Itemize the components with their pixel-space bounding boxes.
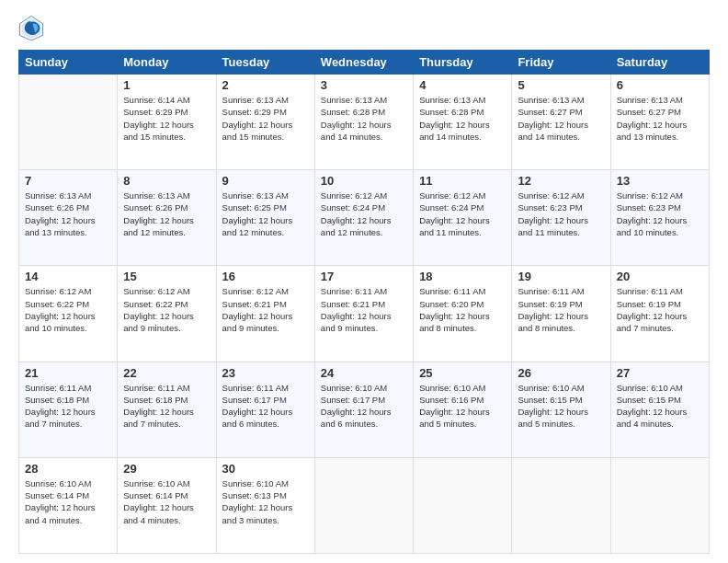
day-info: Sunrise: 6:13 AM Sunset: 6:26 PM Dayligh… xyxy=(123,190,210,238)
calendar-day-cell: 2Sunrise: 6:13 AM Sunset: 6:29 PM Daylig… xyxy=(216,75,314,170)
calendar-day-cell xyxy=(414,457,512,553)
calendar-day-cell: 13Sunrise: 6:12 AM Sunset: 6:23 PM Dayli… xyxy=(610,170,709,266)
day-info: Sunrise: 6:12 AM Sunset: 6:23 PM Dayligh… xyxy=(617,190,703,238)
logo xyxy=(18,15,48,40)
calendar-day-cell: 23Sunrise: 6:11 AM Sunset: 6:17 PM Dayli… xyxy=(216,362,314,457)
day-info: Sunrise: 6:12 AM Sunset: 6:24 PM Dayligh… xyxy=(321,190,407,238)
day-info: Sunrise: 6:12 AM Sunset: 6:22 PM Dayligh… xyxy=(123,285,210,334)
day-info: Sunrise: 6:11 AM Sunset: 6:21 PM Dayligh… xyxy=(321,285,407,334)
calendar-week-row: 7Sunrise: 6:13 AM Sunset: 6:26 PM Daylig… xyxy=(19,170,710,266)
day-info: Sunrise: 6:12 AM Sunset: 6:24 PM Dayligh… xyxy=(419,190,506,238)
calendar-day-cell: 28Sunrise: 6:10 AM Sunset: 6:14 PM Dayli… xyxy=(19,457,118,553)
calendar-week-row: 28Sunrise: 6:10 AM Sunset: 6:14 PM Dayli… xyxy=(19,457,710,553)
day-info: Sunrise: 6:10 AM Sunset: 6:17 PM Dayligh… xyxy=(321,382,407,431)
day-number: 21 xyxy=(25,366,111,380)
day-number: 24 xyxy=(321,366,407,380)
day-info: Sunrise: 6:12 AM Sunset: 6:23 PM Dayligh… xyxy=(518,190,604,238)
day-number: 22 xyxy=(123,366,210,380)
day-info: Sunrise: 6:11 AM Sunset: 6:18 PM Dayligh… xyxy=(25,382,111,431)
calendar-day-cell: 25Sunrise: 6:10 AM Sunset: 6:16 PM Dayli… xyxy=(414,362,512,457)
day-number: 12 xyxy=(518,174,604,188)
day-info: Sunrise: 6:13 AM Sunset: 6:26 PM Dayligh… xyxy=(25,190,111,238)
calendar-week-row: 1Sunrise: 6:14 AM Sunset: 6:29 PM Daylig… xyxy=(19,75,710,170)
day-number: 19 xyxy=(518,270,604,283)
calendar-week-row: 21Sunrise: 6:11 AM Sunset: 6:18 PM Dayli… xyxy=(19,362,710,457)
calendar-day-cell: 10Sunrise: 6:12 AM Sunset: 6:24 PM Dayli… xyxy=(314,170,413,266)
day-info: Sunrise: 6:10 AM Sunset: 6:16 PM Dayligh… xyxy=(419,382,506,431)
calendar-day-cell: 29Sunrise: 6:10 AM Sunset: 6:14 PM Dayli… xyxy=(118,457,216,553)
day-info: Sunrise: 6:11 AM Sunset: 6:19 PM Dayligh… xyxy=(617,285,703,334)
day-number: 20 xyxy=(617,270,703,283)
day-info: Sunrise: 6:11 AM Sunset: 6:19 PM Dayligh… xyxy=(518,285,604,334)
calendar-day-cell: 19Sunrise: 6:11 AM Sunset: 6:19 PM Dayli… xyxy=(512,266,610,362)
calendar-day-cell: 5Sunrise: 6:13 AM Sunset: 6:27 PM Daylig… xyxy=(512,75,610,170)
day-number: 29 xyxy=(123,462,210,476)
page: SundayMondayTuesdayWednesdayThursdayFrid… xyxy=(0,0,728,563)
day-info: Sunrise: 6:13 AM Sunset: 6:29 PM Dayligh… xyxy=(222,94,309,143)
day-number: 8 xyxy=(123,174,210,188)
day-number: 10 xyxy=(321,174,407,188)
calendar-header: SundayMondayTuesdayWednesdayThursdayFrid… xyxy=(19,51,710,75)
calendar-day-cell: 30Sunrise: 6:10 AM Sunset: 6:13 PM Dayli… xyxy=(216,457,314,553)
weekday-header: Monday xyxy=(118,51,216,75)
day-number: 9 xyxy=(222,174,309,188)
calendar-day-cell: 14Sunrise: 6:12 AM Sunset: 6:22 PM Dayli… xyxy=(19,266,118,362)
day-number: 27 xyxy=(617,366,703,380)
weekday-header: Sunday xyxy=(19,51,118,75)
day-number: 15 xyxy=(123,270,210,283)
calendar-day-cell: 9Sunrise: 6:13 AM Sunset: 6:25 PM Daylig… xyxy=(216,170,314,266)
day-info: Sunrise: 6:12 AM Sunset: 6:22 PM Dayligh… xyxy=(25,285,111,334)
day-number: 3 xyxy=(321,78,407,92)
weekday-header: Friday xyxy=(512,51,610,75)
calendar-day-cell xyxy=(610,457,709,553)
weekday-header: Tuesday xyxy=(216,51,314,75)
calendar-day-cell: 3Sunrise: 6:13 AM Sunset: 6:28 PM Daylig… xyxy=(314,75,413,170)
day-number: 30 xyxy=(222,462,309,476)
weekday-header: Thursday xyxy=(414,51,512,75)
day-number: 16 xyxy=(222,270,309,283)
logo-icon xyxy=(18,15,44,40)
calendar-table: SundayMondayTuesdayWednesdayThursdayFrid… xyxy=(18,50,710,554)
calendar-day-cell xyxy=(19,75,118,170)
calendar-day-cell: 11Sunrise: 6:12 AM Sunset: 6:24 PM Dayli… xyxy=(414,170,512,266)
day-info: Sunrise: 6:10 AM Sunset: 6:14 PM Dayligh… xyxy=(25,477,111,526)
day-number: 23 xyxy=(222,366,309,380)
day-number: 28 xyxy=(25,462,111,476)
day-number: 14 xyxy=(25,270,111,283)
day-info: Sunrise: 6:13 AM Sunset: 6:27 PM Dayligh… xyxy=(617,94,703,143)
calendar-day-cell: 20Sunrise: 6:11 AM Sunset: 6:19 PM Dayli… xyxy=(610,266,709,362)
day-info: Sunrise: 6:11 AM Sunset: 6:18 PM Dayligh… xyxy=(123,382,210,431)
day-info: Sunrise: 6:10 AM Sunset: 6:13 PM Dayligh… xyxy=(222,477,309,526)
day-info: Sunrise: 6:12 AM Sunset: 6:21 PM Dayligh… xyxy=(222,285,309,334)
calendar-day-cell: 7Sunrise: 6:13 AM Sunset: 6:26 PM Daylig… xyxy=(19,170,118,266)
day-info: Sunrise: 6:13 AM Sunset: 6:27 PM Dayligh… xyxy=(518,94,604,143)
day-info: Sunrise: 6:13 AM Sunset: 6:28 PM Dayligh… xyxy=(419,94,506,143)
calendar-day-cell: 4Sunrise: 6:13 AM Sunset: 6:28 PM Daylig… xyxy=(414,75,512,170)
day-info: Sunrise: 6:13 AM Sunset: 6:25 PM Dayligh… xyxy=(222,190,309,238)
calendar-day-cell: 21Sunrise: 6:11 AM Sunset: 6:18 PM Dayli… xyxy=(19,362,118,457)
calendar-day-cell: 18Sunrise: 6:11 AM Sunset: 6:20 PM Dayli… xyxy=(414,266,512,362)
calendar-day-cell: 6Sunrise: 6:13 AM Sunset: 6:27 PM Daylig… xyxy=(610,75,709,170)
calendar-day-cell: 24Sunrise: 6:10 AM Sunset: 6:17 PM Dayli… xyxy=(314,362,413,457)
header xyxy=(18,15,710,40)
calendar-day-cell: 15Sunrise: 6:12 AM Sunset: 6:22 PM Dayli… xyxy=(118,266,216,362)
weekday-row: SundayMondayTuesdayWednesdayThursdayFrid… xyxy=(19,51,710,75)
day-number: 4 xyxy=(419,78,506,92)
day-number: 26 xyxy=(518,366,604,380)
day-number: 11 xyxy=(419,174,506,188)
calendar-day-cell: 27Sunrise: 6:10 AM Sunset: 6:15 PM Dayli… xyxy=(610,362,709,457)
day-number: 25 xyxy=(419,366,506,380)
day-info: Sunrise: 6:13 AM Sunset: 6:28 PM Dayligh… xyxy=(321,94,407,143)
day-info: Sunrise: 6:10 AM Sunset: 6:14 PM Dayligh… xyxy=(123,477,210,526)
calendar-day-cell: 26Sunrise: 6:10 AM Sunset: 6:15 PM Dayli… xyxy=(512,362,610,457)
calendar-day-cell: 12Sunrise: 6:12 AM Sunset: 6:23 PM Dayli… xyxy=(512,170,610,266)
day-info: Sunrise: 6:11 AM Sunset: 6:17 PM Dayligh… xyxy=(222,382,309,431)
weekday-header: Saturday xyxy=(610,51,709,75)
calendar-day-cell: 17Sunrise: 6:11 AM Sunset: 6:21 PM Dayli… xyxy=(314,266,413,362)
day-number: 13 xyxy=(617,174,703,188)
calendar-body: 1Sunrise: 6:14 AM Sunset: 6:29 PM Daylig… xyxy=(19,75,710,554)
calendar-day-cell: 1Sunrise: 6:14 AM Sunset: 6:29 PM Daylig… xyxy=(118,75,216,170)
calendar-day-cell xyxy=(314,457,413,553)
calendar-week-row: 14Sunrise: 6:12 AM Sunset: 6:22 PM Dayli… xyxy=(19,266,710,362)
calendar-day-cell: 22Sunrise: 6:11 AM Sunset: 6:18 PM Dayli… xyxy=(118,362,216,457)
